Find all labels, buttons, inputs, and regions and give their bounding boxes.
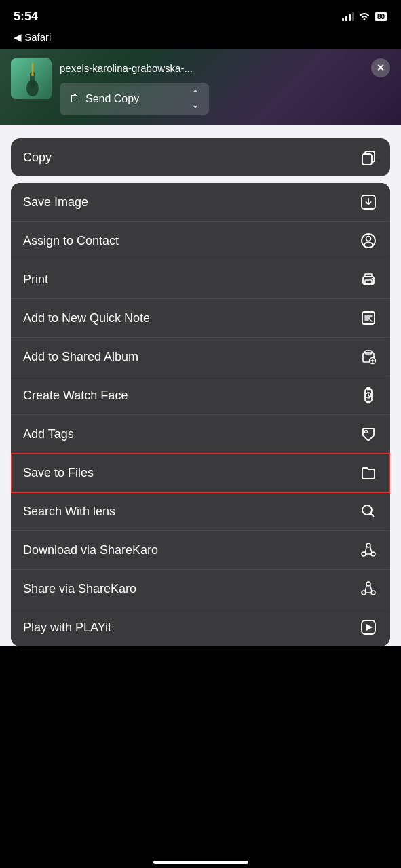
share-sharekaro-label: Share via ShareKaro [23, 582, 136, 596]
save-files-label: Save to Files [23, 466, 94, 480]
menu-group-actions: Save Image Assign to Contact Print [11, 183, 390, 646]
share-filename: pexels-karolina-grabowska-... [60, 62, 371, 74]
quick-note-label: Add to New Quick Note [23, 311, 150, 326]
watch-face-icon [359, 386, 378, 405]
files-icon [359, 463, 378, 482]
status-time: 5:54 [14, 9, 38, 24]
menu-item-save-files[interactable]: Save to Files [11, 454, 390, 492]
status-bar: 5:54 80 [0, 0, 401, 30]
menu-item-search-lens[interactable]: Search With lens [11, 492, 390, 531]
status-icons: 80 [342, 11, 387, 22]
svg-point-13 [372, 278, 373, 279]
tags-icon [359, 425, 378, 443]
menu-item-copy[interactable]: Copy [11, 138, 390, 176]
close-icon: ✕ [377, 62, 385, 73]
menu-group-copy: Copy [11, 138, 390, 176]
add-tags-label: Add Tags [23, 427, 74, 441]
svg-point-5 [31, 73, 34, 76]
chevron-icon: ⌃⌄ [191, 88, 199, 110]
svg-point-10 [366, 237, 371, 241]
battery-icon: 80 [375, 12, 387, 21]
menu-item-watch-face[interactable]: Create Watch Face [11, 376, 390, 415]
menu-container: Copy Save Image Assign to Contact [0, 138, 401, 646]
copy-icon [359, 148, 378, 167]
playit-icon [359, 618, 378, 637]
playit-label: Play with PLAYit [23, 620, 111, 635]
save-image-label: Save Image [23, 195, 88, 210]
share-thumbnail [11, 58, 52, 99]
save-image-icon [359, 193, 378, 212]
shared-album-icon [359, 347, 378, 366]
home-bar [153, 861, 248, 864]
menu-item-assign-contact[interactable]: Assign to Contact [11, 222, 390, 260]
quick-note-icon [359, 309, 378, 328]
menu-item-shared-album[interactable]: Add to Shared Album [11, 338, 390, 376]
safari-back-button[interactable]: ◀ Safari [0, 30, 401, 49]
doc-icon: 🗒 [69, 93, 80, 105]
send-copy-label: Send Copy [85, 93, 139, 105]
sharekaro-icon [359, 540, 378, 559]
contact-icon [359, 231, 378, 250]
menu-item-add-tags[interactable]: Add Tags [11, 415, 390, 454]
back-label: ◀ Safari [14, 31, 51, 43]
menu-item-playit[interactable]: Play with PLAYit [11, 608, 390, 646]
print-label: Print [23, 273, 48, 287]
menu-item-save-image[interactable]: Save Image [11, 183, 390, 222]
home-indicator [0, 855, 401, 868]
svg-rect-7 [362, 154, 372, 165]
wifi-icon [358, 11, 370, 22]
search-lens-label: Search With lens [23, 505, 115, 519]
menu-item-share-sharekaro[interactable]: Share via ShareKaro [11, 570, 390, 608]
menu-item-quick-note[interactable]: Add to New Quick Note [11, 299, 390, 338]
copy-label: Copy [23, 151, 52, 165]
shared-album-label: Add to Shared Album [23, 350, 138, 364]
search-icon [359, 502, 378, 521]
close-button[interactable]: ✕ [371, 58, 390, 77]
svg-point-22 [365, 431, 368, 433]
download-sharekaro-label: Download via ShareKaro [23, 543, 158, 557]
signal-icon [342, 12, 354, 21]
menu-item-print[interactable]: Print [11, 260, 390, 299]
watch-face-label: Create Watch Face [23, 389, 128, 403]
sharekaro2-icon [359, 579, 378, 598]
send-copy-button[interactable]: 🗒 Send Copy ⌃⌄ [60, 83, 209, 115]
menu-item-download-sharekaro[interactable]: Download via ShareKaro [11, 531, 390, 570]
assign-contact-label: Assign to Contact [23, 234, 119, 248]
share-header: pexels-karolina-grabowska-... ✕ 🗒 Send C… [0, 49, 401, 125]
print-icon [359, 270, 378, 289]
